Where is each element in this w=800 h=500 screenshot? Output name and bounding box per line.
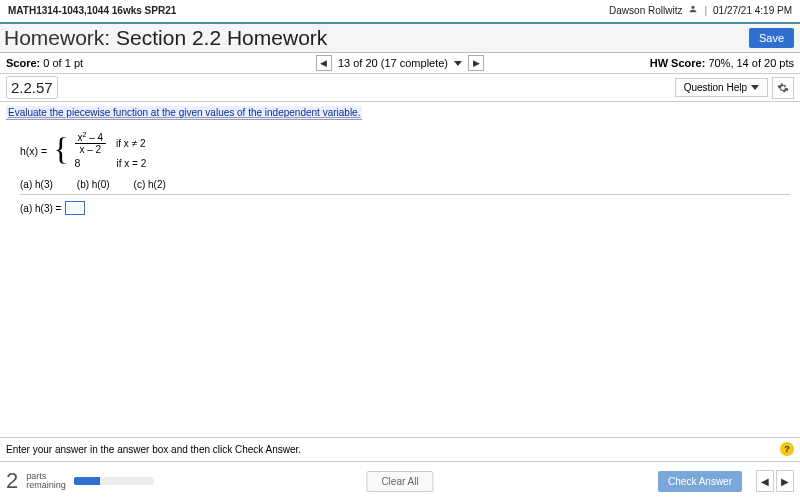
hw-score-value: 70%, 14 of 20 pts <box>708 57 794 69</box>
hw-score: HW Score: 70%, 14 of 20 pts <box>650 57 794 69</box>
current-part-label: (a) h(3) = <box>20 203 61 214</box>
parts-remaining-label: parts remaining <box>26 472 66 490</box>
user-name: Dawson Rollwitz <box>609 0 682 22</box>
homework-name: Section 2.2 Homework <box>116 26 327 49</box>
chevron-down-icon <box>751 85 759 90</box>
hw-score-label: HW Score: <box>650 57 706 69</box>
brace-icon: { <box>53 133 68 165</box>
datetime: 01/27/21 4:19 PM <box>713 0 792 22</box>
user-icon[interactable] <box>688 0 698 22</box>
question-help-button[interactable]: Question Help <box>675 78 768 97</box>
settings-button[interactable] <box>772 77 794 99</box>
footer-prev-button[interactable]: ◀ <box>756 470 774 492</box>
instruction-text: Evaluate the piecewise function at the g… <box>6 106 362 120</box>
chevron-down-icon[interactable] <box>454 61 462 66</box>
help-icon[interactable]: ? <box>780 442 794 456</box>
progress-bar <box>74 477 154 485</box>
check-answer-button[interactable]: Check Answer <box>658 471 742 492</box>
separator: | <box>704 0 707 22</box>
next-question-button[interactable]: ▶ <box>468 55 484 71</box>
homework-label: Homework: <box>4 26 110 49</box>
question-progress[interactable]: 13 of 20 (17 complete) <box>338 57 448 69</box>
footer-next-button[interactable]: ▶ <box>776 470 794 492</box>
hint-text: Enter your answer in the answer box and … <box>6 444 301 455</box>
homework-title: Homework: Section 2.2 Homework <box>0 24 331 52</box>
save-button[interactable]: Save <box>749 28 794 48</box>
clear-all-button[interactable]: Clear All <box>366 471 433 492</box>
score-value: 0 of 1 pt <box>43 57 83 69</box>
divider <box>20 194 790 195</box>
gear-icon <box>777 82 789 94</box>
part-c: (c) h(2) <box>134 179 166 190</box>
case2-expression: 8 <box>75 157 107 169</box>
part-a: (a) h(3) <box>20 179 53 190</box>
answer-input[interactable] <box>65 201 85 215</box>
parts-remaining-count: 2 <box>6 468 18 494</box>
score-label: Score: <box>6 57 40 69</box>
prev-question-button[interactable]: ◀ <box>316 55 332 71</box>
case1-condition: if x ≠ 2 <box>116 138 145 149</box>
case2-condition: if x = 2 <box>117 158 147 169</box>
function-name: h(x) = <box>20 145 47 157</box>
case1-expression: x2 – 4 x – 2 <box>75 132 107 155</box>
score-text: Score: 0 of 1 pt <box>6 57 83 69</box>
part-b: (b) h(0) <box>77 179 110 190</box>
course-code: MATH1314-1043,1044 16wks SPR21 <box>8 0 176 22</box>
question-help-label: Question Help <box>684 82 747 93</box>
question-number: 2.2.57 <box>6 76 58 99</box>
